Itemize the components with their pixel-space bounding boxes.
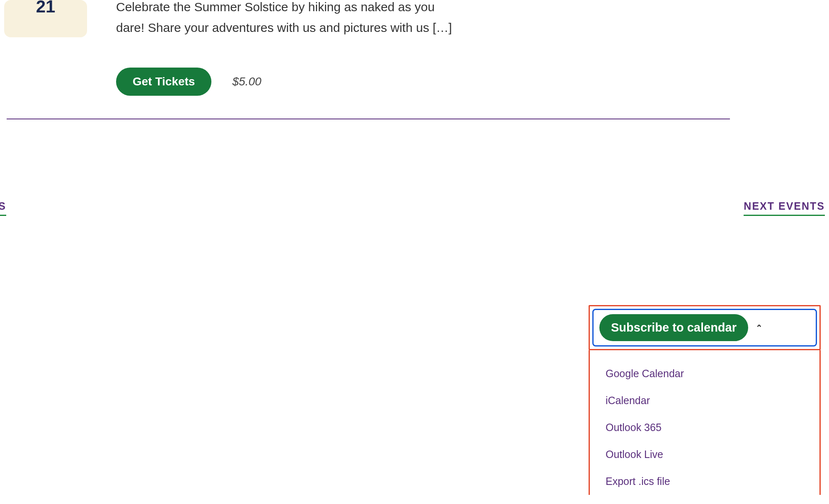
subscribe-outer-highlight: Subscribe to calendar ⌃ — [589, 305, 821, 350]
event-nav-row: ITS NEXT EVENTS — [4, 200, 829, 216]
subscribe-to-calendar-button[interactable]: Subscribe to calendar — [599, 314, 748, 341]
event-day-number: 21 — [36, 0, 56, 17]
subscribe-option-exportics[interactable]: Export .ics file — [606, 468, 804, 495]
subscribe-dropdown: Google Calendar iCalendar Outlook 365 Ou… — [589, 350, 821, 495]
prev-events-link[interactable]: ITS — [0, 200, 6, 216]
event-date-box: 21 — [4, 0, 87, 37]
event-actions: Get Tickets $5.00 — [116, 68, 489, 96]
subscribe-section: Subscribe to calendar ⌃ Google Calendar … — [589, 305, 821, 495]
event-details: Hike Naked Day Celebrate the Summer Sols… — [116, 0, 489, 96]
subscribe-option-outlooklive[interactable]: Outlook Live — [606, 441, 804, 468]
next-events-link[interactable]: NEXT EVENTS — [744, 200, 825, 216]
subscribe-option-google[interactable]: Google Calendar — [606, 360, 804, 387]
subscribe-inner-highlight: Subscribe to calendar ⌃ — [592, 309, 817, 346]
event-description: Celebrate the Summer Solstice by hiking … — [116, 0, 456, 39]
event-price: $5.00 — [232, 75, 261, 88]
subscribe-option-ical[interactable]: iCalendar — [606, 387, 804, 414]
event-row: 21 Hike Naked Day Celebrate the Summer S… — [4, 0, 829, 96]
get-tickets-button[interactable]: Get Tickets — [116, 68, 211, 96]
chevron-up-icon[interactable]: ⌃ — [756, 323, 763, 333]
separator — [7, 119, 730, 119]
subscribe-option-outlook365[interactable]: Outlook 365 — [606, 414, 804, 441]
